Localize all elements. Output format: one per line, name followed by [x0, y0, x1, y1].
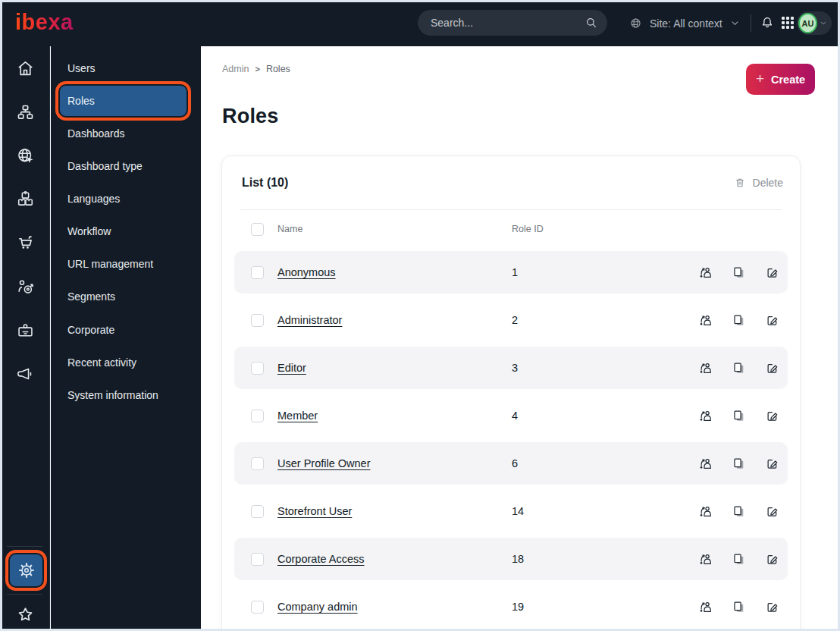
- notifications-bell-icon[interactable]: [760, 15, 775, 30]
- delete-button[interactable]: Delete: [734, 177, 783, 189]
- breadcrumb-separator: >: [255, 64, 259, 74]
- table-row: Storefront User 14: [234, 490, 788, 532]
- role-name-link[interactable]: Storefront User: [277, 505, 352, 517]
- main-content: Admin > Roles + Create Roles List (10) D…: [202, 46, 840, 631]
- row-checkbox[interactable]: [251, 505, 264, 518]
- sidebar-item-dashboards[interactable]: Dashboards: [60, 118, 186, 149]
- row-checkbox[interactable]: [251, 553, 264, 566]
- site-globe-icon: [628, 16, 643, 30]
- search-input[interactable]: [431, 17, 585, 29]
- commerce-cart-icon: [15, 233, 36, 253]
- copy-icon[interactable]: [732, 457, 746, 471]
- edit-icon[interactable]: [765, 265, 779, 280]
- table-row: Member 4: [234, 394, 788, 437]
- rail-item-bookmarks[interactable]: [8, 598, 42, 631]
- rail-item-dashboard[interactable]: [8, 52, 42, 85]
- role-name-link[interactable]: Administrator: [277, 314, 342, 326]
- role-name-link[interactable]: Corporate Access: [277, 553, 364, 565]
- assign-user-icon[interactable]: [698, 313, 713, 328]
- sidebar-item-roles-selected[interactable]: Roles: [60, 86, 186, 116]
- rail-item-products[interactable]: [8, 182, 42, 215]
- row-checkbox[interactable]: [251, 457, 264, 470]
- role-name-link[interactable]: Anonymous: [277, 266, 336, 278]
- admin-sidebar: Users Roles Dashboards Dashboard type La…: [51, 46, 201, 631]
- edit-icon[interactable]: [765, 552, 779, 567]
- trash-icon: [734, 177, 746, 189]
- rail-separator: [7, 546, 42, 547]
- edit-icon[interactable]: [765, 409, 779, 423]
- rail-item-campaigns[interactable]: [8, 357, 42, 391]
- chevron-down-icon: [819, 18, 828, 28]
- avatar: AU: [798, 13, 817, 33]
- top-bar: ibexa Site: All context AU: [0, 0, 840, 46]
- copy-icon[interactable]: [732, 600, 746, 614]
- create-button[interactable]: + Create: [746, 64, 815, 95]
- assign-user-icon[interactable]: [698, 265, 713, 280]
- assign-user-icon[interactable]: [698, 409, 713, 423]
- app-grid-icon[interactable]: [782, 17, 794, 29]
- role-name-link[interactable]: Editor: [277, 362, 306, 374]
- user-menu[interactable]: AU: [797, 11, 832, 35]
- rail-item-commerce[interactable]: [8, 226, 42, 259]
- sidebar-item-languages[interactable]: Languages: [60, 184, 186, 214]
- role-id-value: 3: [512, 362, 698, 374]
- role-name-link[interactable]: Company admin: [277, 601, 358, 613]
- site-context-switcher[interactable]: Site: All context: [628, 0, 741, 46]
- personalization-target-icon: [15, 277, 36, 297]
- breadcrumb-admin[interactable]: Admin: [222, 64, 249, 74]
- edit-icon[interactable]: [765, 457, 779, 471]
- role-name-link[interactable]: User Profile Owner: [277, 457, 370, 469]
- edit-icon[interactable]: [765, 313, 779, 328]
- copy-icon[interactable]: [732, 313, 746, 328]
- rail-item-admin-selected[interactable]: [10, 554, 42, 586]
- sidebar-item-recent-activity[interactable]: Recent activity: [60, 347, 186, 378]
- rail-item-content[interactable]: [8, 96, 42, 129]
- settings-gear-icon: [17, 560, 36, 580]
- column-header-name: Name: [264, 224, 512, 234]
- assign-user-icon[interactable]: [698, 504, 713, 519]
- row-checkbox[interactable]: [251, 266, 264, 279]
- sidebar-item-workflow[interactable]: Workflow: [60, 216, 186, 246]
- main-icon-rail: [0, 46, 50, 631]
- copy-icon[interactable]: [732, 361, 746, 375]
- copy-icon[interactable]: [732, 265, 746, 280]
- assign-user-icon[interactable]: [698, 552, 713, 567]
- rail-item-personalization[interactable]: [8, 270, 42, 303]
- edit-icon[interactable]: [765, 504, 779, 519]
- sidebar-item-segments[interactable]: Segments: [60, 281, 186, 312]
- copy-icon[interactable]: [732, 552, 746, 567]
- table-row: Anonymous 1: [234, 251, 788, 294]
- row-checkbox[interactable]: [251, 314, 264, 327]
- row-checkbox[interactable]: [251, 410, 264, 422]
- sidebar-item-system-information[interactable]: System information: [60, 380, 186, 410]
- sidebar-item-corporate[interactable]: Corporate: [60, 315, 186, 345]
- products-boxes-icon: [15, 189, 36, 209]
- row-checkbox[interactable]: [251, 601, 264, 614]
- row-checkbox[interactable]: [251, 362, 264, 375]
- rail-item-customers[interactable]: [8, 314, 42, 347]
- campaign-megaphone-icon: [15, 364, 36, 385]
- search-icon: [585, 16, 598, 30]
- assign-user-icon[interactable]: [698, 600, 713, 614]
- table-row: Company admin 19: [234, 585, 788, 628]
- table-row: Administrator 2: [234, 299, 788, 341]
- sidebar-item-dashboard-type[interactable]: Dashboard type: [60, 151, 186, 181]
- copy-icon[interactable]: [732, 504, 746, 519]
- breadcrumb: Admin > Roles: [222, 64, 290, 74]
- assign-user-icon[interactable]: [698, 361, 713, 375]
- rail-item-site[interactable]: [8, 139, 42, 172]
- assign-user-icon[interactable]: [698, 457, 713, 471]
- role-id-value: 6: [512, 457, 698, 469]
- table-header-row: Name Role ID: [222, 210, 800, 248]
- ibexa-logo: ibexa: [15, 10, 74, 35]
- customer-badge-icon: [15, 321, 36, 341]
- edit-icon[interactable]: [765, 600, 779, 614]
- copy-icon[interactable]: [732, 409, 746, 423]
- site-context-label: Site: All context: [650, 17, 722, 30]
- global-search[interactable]: [418, 10, 607, 36]
- role-name-link[interactable]: Member: [277, 410, 318, 422]
- sidebar-item-url-management[interactable]: URL management: [60, 249, 186, 279]
- sidebar-item-users[interactable]: Users: [60, 53, 186, 83]
- select-all-checkbox[interactable]: [251, 223, 264, 236]
- edit-icon[interactable]: [765, 361, 779, 375]
